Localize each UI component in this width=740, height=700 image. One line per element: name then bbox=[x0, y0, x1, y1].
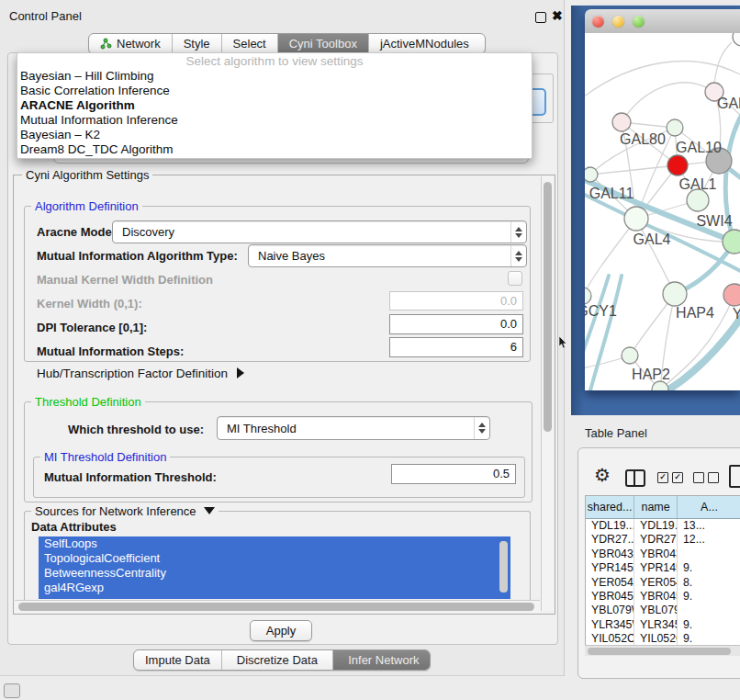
tab-cyni-toolbox[interactable]: Cyni Toolbox bbox=[278, 34, 369, 53]
table-row[interactable]: YBR045CYBR045C9. bbox=[586, 590, 740, 604]
apply-button[interactable]: Apply bbox=[250, 620, 312, 641]
network-canvas[interactable]: GAL GAL80 GAL10 GAL11 GAL1 SWI4 GAL4 GCY… bbox=[585, 33, 740, 390]
cell[interactable]: YLR345W bbox=[586, 618, 634, 632]
cell[interactable]: YBR043C bbox=[634, 548, 678, 561]
cell[interactable]: YDL19... bbox=[586, 519, 634, 533]
attribute-item-selected-partial[interactable] bbox=[39, 595, 510, 599]
mi-type-combo[interactable]: Naive Bayes bbox=[248, 244, 527, 267]
close-icon[interactable]: ✖ bbox=[552, 8, 563, 23]
minimized-panel-icon[interactable] bbox=[4, 683, 20, 698]
file-icon[interactable] bbox=[729, 465, 740, 488]
kernel-width-label: Kernel Width (0,1): bbox=[37, 297, 142, 310]
tab-infer-network[interactable]: Infer Network bbox=[333, 650, 431, 670]
dropdown-option-highlighted[interactable]: ARACNE Algorithm bbox=[17, 98, 532, 113]
cell[interactable]: YBL079W bbox=[634, 604, 678, 617]
column-header-shared-name[interactable]: shared... bbox=[586, 496, 634, 518]
node-gal11[interactable] bbox=[585, 167, 598, 182]
attribute-item-selected[interactable]: SelfLoops bbox=[39, 536, 510, 551]
sources-group-title[interactable]: Sources for Network Inference bbox=[31, 504, 219, 518]
attribute-item-selected[interactable]: gal4RGexp bbox=[39, 581, 510, 595]
table-row[interactable]: YBR043CYBR043C bbox=[586, 548, 740, 561]
node-gal80[interactable] bbox=[612, 113, 631, 131]
cell[interactable]: 9. bbox=[678, 561, 740, 575]
node-partial[interactable] bbox=[652, 381, 668, 390]
dpi-tolerance-field[interactable]: 0.0 bbox=[389, 314, 523, 334]
dropdown-option[interactable]: Basic Correlation Inference bbox=[17, 84, 532, 98]
settings-vertical-scrollbar-thumb[interactable] bbox=[544, 182, 552, 432]
node-swi4[interactable] bbox=[723, 230, 740, 254]
deselect-all-icon[interactable] bbox=[693, 472, 719, 483]
tab-network[interactable]: Network bbox=[89, 34, 173, 53]
kernel-width-field[interactable]: 0.0 bbox=[389, 291, 523, 310]
table-row[interactable]: YPR145WYPR145W9. bbox=[586, 561, 740, 575]
dropdown-option[interactable]: Bayesian – K2 bbox=[17, 128, 532, 142]
table-horizontal-scrollbar-thumb[interactable] bbox=[588, 648, 731, 655]
cell[interactable]: 12... bbox=[678, 533, 740, 547]
close-traffic-light[interactable] bbox=[592, 16, 604, 28]
manual-kernel-checkbox[interactable] bbox=[508, 271, 522, 286]
select-all-icon[interactable]: ✓✓ bbox=[657, 472, 683, 483]
which-threshold-combo[interactable]: MI Threshold bbox=[217, 416, 490, 440]
tab-style[interactable]: Style bbox=[173, 34, 222, 53]
attribute-item-selected[interactable]: BetweennessCentrality bbox=[39, 566, 510, 581]
mi-steps-field[interactable]: 6 bbox=[389, 337, 523, 357]
cell[interactable]: YER054C bbox=[634, 576, 678, 590]
table-row[interactable]: YLR345WYLR345W9. bbox=[586, 618, 740, 632]
tab-discretize-data[interactable]: Discretize Data bbox=[222, 650, 333, 670]
which-threshold-value: MI Threshold bbox=[218, 422, 474, 435]
cell[interactable]: YLR345W bbox=[634, 618, 678, 632]
gear-icon[interactable]: ⚙ bbox=[594, 466, 611, 484]
network-window-titlebar[interactable] bbox=[585, 9, 740, 34]
table-row[interactable]: YDR27...YDR27...12... bbox=[586, 533, 740, 547]
node-selected-red[interactable] bbox=[667, 155, 688, 175]
cell[interactable] bbox=[678, 548, 740, 561]
table-row[interactable]: YER054CYER054C8. bbox=[586, 576, 740, 590]
node-salmon[interactable] bbox=[723, 284, 740, 306]
cell[interactable]: YBR045C bbox=[634, 590, 678, 604]
settings-vertical-scrollbar[interactable] bbox=[541, 176, 554, 611]
cell[interactable]: YER054C bbox=[586, 576, 634, 590]
mi-threshold-field[interactable]: 0.5 bbox=[391, 464, 516, 484]
settings-horizontal-scrollbar-thumb[interactable] bbox=[18, 603, 534, 611]
cell[interactable]: 9. bbox=[678, 618, 740, 632]
cell[interactable]: YBR045C bbox=[586, 590, 634, 604]
cell[interactable]: YDR27... bbox=[634, 533, 678, 547]
dropdown-option[interactable]: Bayesian – Hill Climbing bbox=[17, 69, 532, 84]
node-gal10[interactable] bbox=[667, 119, 683, 136]
node-hap2[interactable] bbox=[622, 347, 638, 364]
dropdown-option[interactable]: Dream8 DC_TDC Algorithm bbox=[17, 142, 532, 157]
cell[interactable]: 9. bbox=[678, 590, 740, 604]
columns-icon[interactable] bbox=[625, 469, 645, 487]
aracne-mode-combo[interactable]: Discovery bbox=[112, 220, 527, 243]
node-gal4[interactable] bbox=[624, 207, 648, 231]
hub-definition-expander[interactable]: Hub/Transcription Factor Definition bbox=[37, 367, 244, 380]
table-horizontal-scrollbar[interactable] bbox=[585, 645, 740, 656]
cell[interactable]: YBR043C bbox=[586, 548, 634, 561]
column-header-name[interactable]: name bbox=[634, 496, 678, 518]
table-row[interactable]: YBL079WYBL079W bbox=[586, 604, 740, 617]
tab-jactivemnodules[interactable]: jActiveMNodules bbox=[369, 34, 480, 53]
node-hap4[interactable] bbox=[663, 282, 687, 306]
cell[interactable] bbox=[678, 604, 740, 617]
dropdown-option[interactable]: Mutual Information Inference bbox=[17, 113, 532, 128]
column-header-partial[interactable]: A... bbox=[678, 496, 740, 518]
cell[interactable]: 13... bbox=[678, 519, 740, 533]
cell[interactable]: YPR145W bbox=[634, 561, 678, 575]
cell[interactable]: YPR145W bbox=[586, 561, 634, 575]
node-unlabeled[interactable] bbox=[733, 33, 740, 46]
tab-impute-data[interactable]: Impute Data bbox=[134, 650, 222, 670]
node-gcy1[interactable] bbox=[585, 288, 591, 304]
cell[interactable]: YBL079W bbox=[586, 604, 634, 617]
cell[interactable]: 8. bbox=[678, 576, 740, 590]
settings-horizontal-scrollbar[interactable] bbox=[15, 600, 540, 613]
float-window-icon[interactable] bbox=[535, 12, 546, 23]
table-row[interactable]: YDL19...YDL19...13... bbox=[586, 519, 740, 533]
attribute-list-scrollbar-thumb[interactable] bbox=[499, 541, 508, 593]
cell[interactable]: YDL19... bbox=[634, 519, 678, 533]
tab-select[interactable]: Select bbox=[222, 34, 278, 53]
node-gal1[interactable] bbox=[687, 189, 709, 211]
cell[interactable]: YDR27... bbox=[586, 533, 634, 547]
minimize-traffic-light[interactable] bbox=[612, 16, 624, 28]
zoom-traffic-light[interactable] bbox=[633, 16, 645, 28]
attribute-item-selected[interactable]: TopologicalCoefficient bbox=[39, 551, 510, 566]
